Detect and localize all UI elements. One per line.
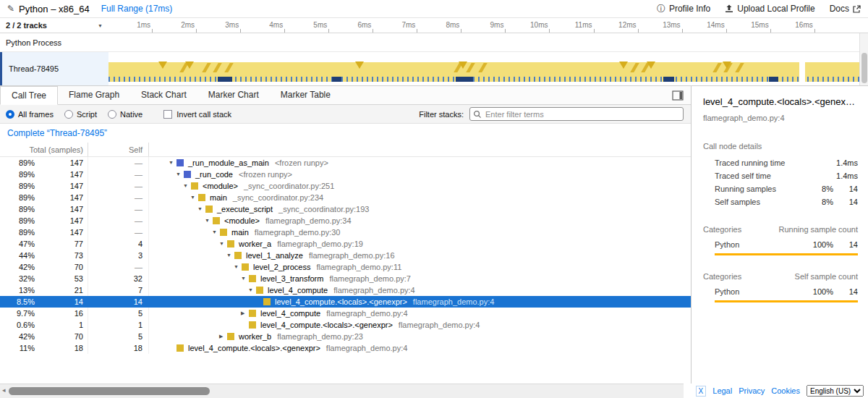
total-samples: 53 — [38, 273, 88, 284]
expand-collapse-icon[interactable]: ▼ — [212, 226, 220, 238]
footer-link[interactable]: Privacy — [739, 386, 765, 395]
total-percent: 8.5% — [0, 296, 38, 308]
sidebar-toggle-icon[interactable] — [672, 90, 684, 101]
docs-link[interactable]: Docs — [830, 4, 861, 14]
expand-collapse-icon[interactable]: ▼ — [190, 192, 198, 203]
expand-collapse-icon[interactable]: ▼ — [176, 169, 184, 180]
total-samples: 147 — [38, 226, 88, 238]
marker-triangle-icon[interactable] — [355, 62, 364, 69]
time-tick-label: 4ms — [241, 18, 285, 33]
call-tree-row[interactable]: 89% 147 — ▼ main _sync_coordinator.py:23… — [0, 192, 691, 203]
self-samples: — — [88, 226, 149, 238]
function-name: level_4_compute.<locals>.<genexpr> — [188, 342, 320, 354]
scroll-left-arrow-icon[interactable]: ◂ — [2, 386, 6, 394]
self-samples: — — [88, 180, 149, 192]
call-tree-row[interactable]: 44% 73 3 ▼ level_1_analyze flamegraph_de… — [0, 250, 691, 261]
total-samples: 147 — [38, 180, 88, 192]
dense-samples-segment — [456, 77, 474, 82]
call-tree-row[interactable]: 0.6% 1 1 level_4_compute.<locals>.<genex… — [0, 319, 691, 331]
profile-info-button[interactable]: ⓘ Profile Info — [657, 3, 710, 15]
horizontal-scrollbar[interactable]: ◂ — [0, 384, 684, 398]
expand-collapse-icon[interactable]: ▼ — [169, 157, 176, 169]
expand-collapse-icon[interactable]: ▶ — [219, 331, 227, 342]
function-name: level_2_process — [253, 261, 311, 273]
detail-row: Traced running time 1.4ms — [703, 156, 858, 169]
tracks-dropdown[interactable]: 2 / 2 tracks ▼ — [0, 18, 109, 33]
panel-tab[interactable]: Marker Chart — [197, 86, 270, 104]
footer-link[interactable]: Legal — [712, 386, 732, 395]
frames-filter-radio[interactable]: Native — [108, 110, 142, 119]
marker-triangle-icon[interactable] — [619, 62, 628, 69]
total-percent: 42% — [0, 331, 38, 342]
thread-name: Thread-78495 — [9, 64, 59, 73]
total-samples: 70 — [38, 261, 88, 273]
call-tree-row[interactable]: 89% 147 — ▼ main flamegraph_demo.py:30 — [0, 226, 691, 238]
panel-tab[interactable]: Stack Chart — [130, 86, 197, 104]
self-samples: — — [88, 203, 149, 215]
marker-triangle-icon[interactable] — [158, 62, 167, 69]
thread-activity-graph[interactable] — [109, 52, 859, 85]
expand-collapse-icon[interactable]: ▼ — [248, 284, 256, 296]
column-header-total: Total (samples) — [0, 143, 88, 156]
total-percent: 42% — [0, 261, 38, 273]
call-tree-row[interactable]: 89% 147 — ▼ _run_module_as_main <frozen … — [0, 157, 691, 169]
call-tree-row[interactable]: 13% 21 7 ▼ level_4_compute flamegraph_de… — [0, 284, 691, 296]
file-location: flamegraph_demo.py:19 — [277, 238, 363, 250]
footer-x-button[interactable]: X — [696, 386, 707, 397]
call-tree-row[interactable]: 11% 18 18 level_4_compute.<locals>.<gene… — [0, 342, 691, 354]
breadcrumb-complete-thread[interactable]: Complete “Thread-78495” — [7, 128, 107, 138]
row-spacer — [149, 308, 163, 319]
time-tick-label: 3ms — [197, 18, 241, 33]
expand-collapse-icon[interactable]: ▼ — [234, 261, 242, 273]
dense-samples-segment — [332, 77, 341, 82]
call-tree-row[interactable]: 47% 77 4 ▼ worker_a flamegraph_demo.py:1… — [0, 238, 691, 250]
expand-collapse-icon[interactable]: ▼ — [219, 238, 227, 250]
vertical-scrollbar-thumb[interactable] — [861, 53, 867, 83]
expand-collapse-icon[interactable]: ▼ — [197, 203, 205, 215]
edit-profile-name-icon[interactable]: ✎ — [7, 4, 14, 14]
call-tree-row[interactable]: 42% 70 — ▼ level_2_process flamegraph_de… — [0, 261, 691, 273]
timeline-ruler[interactable]: 2 / 2 tracks ▼ 1ms 2ms 3ms 4ms 5ms 6ms 7… — [0, 18, 868, 33]
panel-tab[interactable]: Marker Table — [270, 86, 341, 104]
process-track-header[interactable]: Python Process — [0, 33, 868, 52]
call-tree-row[interactable]: 89% 147 — ▼ _run_code <frozen runpy> — [0, 169, 691, 180]
call-tree-row[interactable]: 42% 70 5 ▶ worker_b flamegraph_demo.py:2… — [0, 331, 691, 342]
column-header-self: Self — [88, 143, 149, 156]
horizontal-scrollbar-thumb[interactable] — [9, 387, 210, 395]
call-tree-row[interactable]: 9.7% 16 5 ▶ level_4_compute flamegraph_d… — [0, 308, 691, 319]
expand-collapse-icon[interactable]: ▼ — [205, 215, 213, 226]
full-range-link[interactable]: Full Range (17ms) — [101, 4, 173, 14]
function-name: level_4_compute.<locals>.<genexpr> — [275, 296, 407, 308]
call-tree-row[interactable]: 89% 147 — ▼ <module> flamegraph_demo.py:… — [0, 215, 691, 226]
call-tree-row[interactable]: 8.5% 14 14 level_4_compute.<locals>.<gen… — [0, 296, 691, 308]
row-spacer — [149, 169, 163, 180]
expand-collapse-icon[interactable]: ▶ — [241, 308, 249, 319]
thread-track[interactable]: Thread-78495 — [0, 52, 868, 85]
call-tree-row[interactable]: 89% 147 — ▼ <module> _sync_coordinator.p… — [0, 180, 691, 192]
total-percent: 47% — [0, 238, 38, 250]
panel-tab[interactable]: Flame Graph — [58, 86, 130, 104]
search-box — [469, 107, 684, 121]
panel-tab[interactable]: Call Tree — [0, 86, 58, 105]
call-tree: 89% 147 — ▼ _run_module_as_main <frozen … — [0, 157, 691, 354]
expand-collapse-icon[interactable]: ▼ — [226, 250, 234, 261]
time-tick-label: 8ms — [417, 18, 461, 33]
expand-collapse-icon[interactable]: ▼ — [183, 180, 191, 192]
filter-input[interactable] — [469, 107, 684, 121]
selected-node-location: flamegraph_demo.py:4 — [703, 114, 858, 122]
frames-filter-radio[interactable]: Script — [64, 110, 97, 119]
timeline-vertical-scrollbar[interactable] — [859, 33, 868, 85]
time-tick-label: 16ms — [771, 18, 815, 33]
expand-collapse-icon[interactable]: ▼ — [241, 273, 249, 284]
thread-track-label[interactable]: Thread-78495 — [0, 52, 109, 85]
call-tree-row[interactable]: 89% 147 — ▼ _execute_script _sync_coordi… — [0, 203, 691, 215]
footer-link[interactable]: Cookies — [771, 386, 800, 395]
upload-profile-button[interactable]: Upload Local Profile — [725, 4, 814, 14]
call-tree-row[interactable]: 32% 53 32 ▼ level_3_transform flamegraph… — [0, 273, 691, 284]
radio-icon — [64, 110, 73, 119]
row-spacer — [149, 284, 163, 296]
language-select[interactable]: English (US) — [807, 385, 864, 397]
invert-call-stack-checkbox[interactable]: Invert call stack — [163, 110, 231, 119]
tree-cell: ▼ _execute_script _sync_coordinator.py:1… — [163, 203, 691, 215]
frames-filter-radio[interactable]: All frames — [6, 110, 54, 119]
